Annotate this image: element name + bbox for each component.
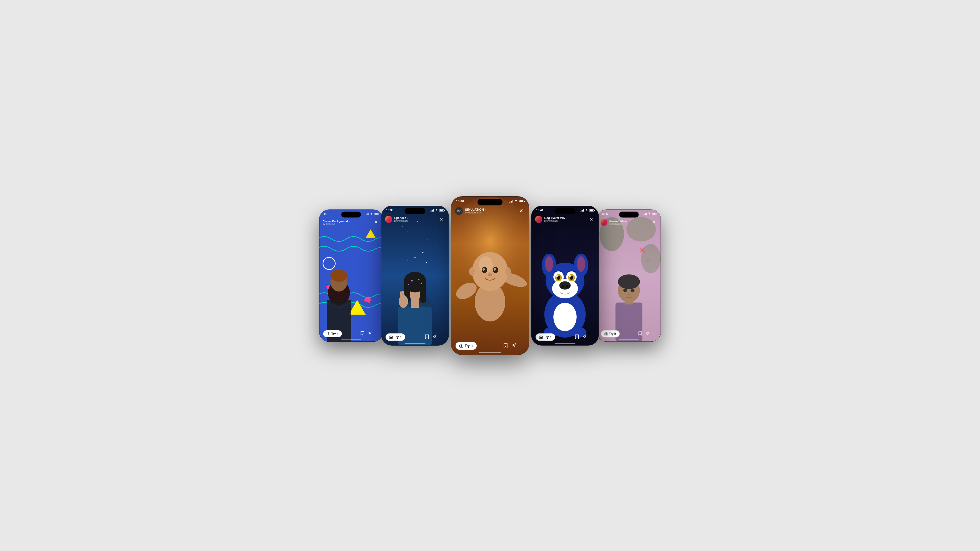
time-4: 13:41: [536, 209, 543, 212]
phone-dog-screen: 13:41: [531, 206, 598, 345]
try-it-btn-1[interactable]: Try It: [323, 330, 342, 337]
filter-info-4: Dog Avatar v15 ● by instagram: [544, 216, 588, 222]
filter-by-4: by instagram: [544, 219, 588, 222]
signal-bar-3: [368, 213, 368, 215]
avatar-5: [601, 219, 608, 225]
status-icons-2: [431, 209, 444, 211]
filter-name-1: Reveal Background ●: [323, 219, 373, 222]
frosted-background: [597, 210, 661, 341]
send-icon-3[interactable]: [512, 343, 516, 349]
dynamic-island-2: [405, 208, 425, 214]
more-icon-4[interactable]: ···: [590, 335, 595, 339]
close-btn-4[interactable]: ✕: [588, 216, 595, 223]
home-indicator-5: [619, 339, 639, 340]
filter-by-2: by instagram: [395, 219, 438, 222]
svg-line-31: [401, 292, 402, 298]
close-btn-2[interactable]: ✕: [438, 216, 445, 223]
bookmark-icon-2[interactable]: [425, 334, 429, 340]
sparkles-background: [382, 206, 449, 345]
close-btn-1[interactable]: ✕: [372, 219, 379, 225]
try-it-text-4: Try It: [544, 335, 552, 339]
filter-bar-1: Reveal Background ● by instagram ✕: [320, 217, 383, 228]
try-it-text-3: Try It: [465, 344, 473, 348]
svg-rect-93: [597, 210, 661, 341]
bottom-icons-4: ···: [575, 334, 595, 340]
battery-1: [374, 213, 379, 215]
camera-icon-1: [327, 332, 330, 335]
dynamic-island-3: [477, 199, 503, 205]
phone-frosted: 13:42: [597, 210, 661, 341]
try-it-text-5: Try It: [609, 332, 616, 335]
bottom-bar-1: Try It ···: [320, 330, 383, 337]
send-icon-4[interactable]: [582, 335, 587, 340]
try-it-btn-5[interactable]: Try It: [601, 330, 620, 337]
more-icon-1[interactable]: ···: [375, 332, 379, 335]
signal-bar-4: [368, 213, 369, 215]
phone-sparkles: 13:39: [382, 206, 449, 345]
filter-name-4: Dog Avatar v15 ●: [544, 216, 588, 219]
dog-background: [531, 206, 598, 345]
bookmark-icon-5[interactable]: [638, 331, 642, 336]
bookmark-icon-3[interactable]: [503, 343, 508, 349]
wifi-icon-1: [370, 212, 373, 215]
filter-name-2: Sparkles ●: [395, 216, 438, 219]
bottom-icons-5: ···: [638, 331, 657, 336]
close-btn-3[interactable]: ✕: [517, 207, 525, 215]
bottom-icons-1: ···: [360, 331, 379, 336]
signal-bar-1: [366, 214, 366, 215]
home-indicator-3: [479, 352, 501, 353]
send-icon-1[interactable]: [368, 331, 372, 336]
filter-by-1: by instagram: [323, 222, 373, 225]
time-2: 13:39: [386, 209, 393, 212]
bookmark-icon-1[interactable]: [360, 331, 364, 336]
send-icon-2[interactable]: [433, 335, 437, 340]
filter-bar-3: DO SIMULATION ● by davidoreilly ✕: [451, 205, 529, 217]
phone-simulation: 13:40: [451, 197, 529, 355]
more-icon-3[interactable]: ···: [520, 344, 525, 348]
battery-3: [519, 200, 524, 202]
phones-container: 41: [315, 186, 665, 366]
filter-by-3: by davidoreilly: [465, 211, 517, 214]
svg-point-50: [469, 267, 475, 276]
send-icon-5[interactable]: [646, 331, 649, 336]
wifi-icon-4: [585, 209, 588, 211]
more-icon-2[interactable]: ···: [440, 335, 444, 339]
time-3: 13:40: [456, 200, 464, 203]
try-it-text-2: Try It: [394, 335, 402, 339]
svg-point-55: [553, 303, 577, 331]
wifi-icon-5: [648, 212, 651, 215]
status-icons-5: [644, 212, 656, 215]
bottom-bar-5: Try It ···: [597, 330, 661, 337]
camera-icon-5: [605, 332, 608, 335]
try-it-btn-2[interactable]: Try It: [385, 333, 405, 341]
filter-info-1: Reveal Background ● by instagram: [323, 219, 373, 225]
filter-name-5: Frosted Glass ●: [609, 219, 651, 222]
svg-point-37: [390, 337, 391, 338]
dynamic-island-5: [619, 211, 639, 218]
filter-name-3: SIMULATION ●: [465, 208, 517, 211]
signal-5: [644, 212, 647, 215]
svg-point-49: [488, 273, 492, 276]
signal-2: [431, 209, 434, 211]
simulation-background: [451, 197, 529, 355]
phone-frosted-wrapper: 13:42: [597, 210, 661, 341]
home-indicator-4: [555, 343, 575, 344]
signal-3: [509, 200, 513, 203]
try-it-btn-4[interactable]: Try It: [536, 333, 555, 341]
filter-by-5: by instagram: [609, 222, 651, 225]
phone-sparkles-screen: 13:39: [382, 206, 449, 345]
bookmark-icon-4[interactable]: [575, 334, 579, 340]
battery-fill-1: [374, 213, 377, 214]
dynamic-island-4: [555, 208, 575, 214]
svg-point-52: [461, 345, 462, 347]
try-it-btn-3[interactable]: Try It: [455, 342, 477, 350]
bottom-bar-2: Try It ···: [382, 333, 449, 341]
close-btn-5[interactable]: ✕: [650, 219, 657, 225]
filter-bar-2: Sparkles ● by instagram ✕: [382, 213, 449, 225]
phone-dog-wrapper: 13:41: [531, 206, 598, 345]
more-icon-5[interactable]: ···: [653, 332, 657, 335]
status-icons-4: [581, 209, 594, 211]
time-1: 41: [324, 212, 327, 215]
phone-dog: 13:41: [531, 206, 598, 345]
verified-1: ●: [348, 220, 350, 222]
